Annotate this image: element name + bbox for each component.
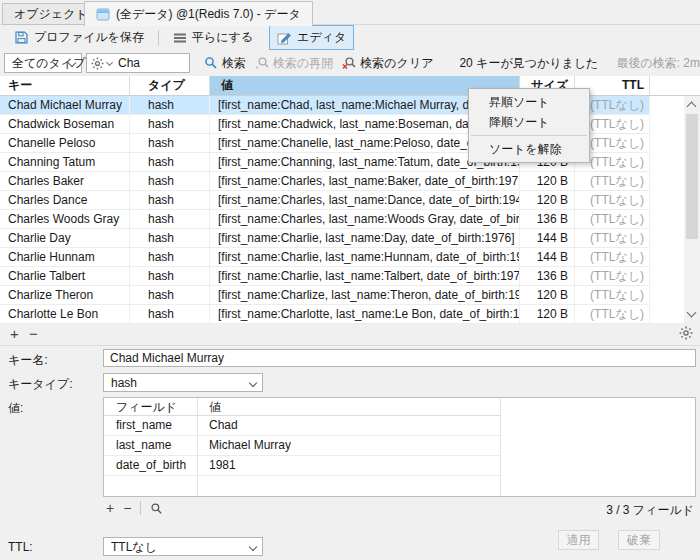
cell-ck[interactable]: Charlie Hunnam xyxy=(0,248,130,266)
remove-field-button[interactable]: − xyxy=(123,500,131,516)
cell-ck[interactable]: Charles Dance xyxy=(0,191,130,209)
cell-cv[interactable]: [first_name:Charlie, last_name:Hunnam, d… xyxy=(210,248,520,266)
cell-ct[interactable]: hash xyxy=(130,153,210,171)
remove-key-button[interactable]: − xyxy=(29,324,38,344)
fields-rows: first_nameChadlast_nameMichael Murraydat… xyxy=(104,416,500,476)
apply-button[interactable]: 適用 xyxy=(558,530,599,550)
cell-cs[interactable]: 120 B xyxy=(520,305,575,323)
fields-column-field[interactable]: フィールド xyxy=(104,398,197,415)
add-field-button[interactable]: + xyxy=(106,500,114,516)
cell-cs[interactable]: 120 B xyxy=(520,191,575,209)
resume-search-button[interactable]: 検索の再開 xyxy=(255,55,333,72)
cell-cv[interactable]: [first_name:Charles, last_name:Woods Gra… xyxy=(210,210,520,228)
cell-cttl[interactable]: (TTLなし) xyxy=(575,191,650,209)
menu-item[interactable]: 昇順ソート xyxy=(469,92,589,112)
value-label: 値: xyxy=(8,400,23,417)
cell-ck[interactable]: Charles Baker xyxy=(0,172,130,190)
table-row[interactable]: Charles Woods Grayhash[first_name:Charle… xyxy=(0,210,650,229)
search-input[interactable]: Cha xyxy=(86,53,190,73)
cell-ct[interactable]: hash xyxy=(130,286,210,304)
fields-column-value[interactable]: 値 xyxy=(197,398,221,415)
cell-cs[interactable]: 136 B xyxy=(520,267,575,285)
cell-ct[interactable]: hash xyxy=(130,305,210,323)
scroll-down-arrow-icon[interactable] xyxy=(687,308,697,318)
cell-ck[interactable]: Chadwick Boseman xyxy=(0,115,130,133)
table-row[interactable]: Charlie Dayhash[first_name:Charlie, last… xyxy=(0,229,650,248)
cell-ck[interactable]: Charlotte Le Bon xyxy=(0,305,130,323)
table-row[interactable]: Charles Bakerhash[first_name:Charles, la… xyxy=(0,172,650,191)
cell-ct[interactable]: hash xyxy=(130,134,210,152)
save-profile-button[interactable]: プロファイルを保存 xyxy=(6,25,152,50)
field-row[interactable]: first_nameChad xyxy=(104,416,500,436)
cell-cv[interactable]: [first_name:Charles, last_name:Dance, da… xyxy=(210,191,520,209)
cell-ct[interactable]: hash xyxy=(130,172,210,190)
table-row[interactable]: Charlotte Le Bonhash[first_name:Charlott… xyxy=(0,305,650,324)
table-row[interactable]: Charles Dancehash[first_name:Charles, la… xyxy=(0,191,650,210)
cell-cttl[interactable]: (TTLなし) xyxy=(575,229,650,247)
flatten-button[interactable]: 平らにする xyxy=(165,25,261,50)
cell-cttl[interactable]: (TTLなし) xyxy=(575,248,650,266)
cell-ct[interactable]: hash xyxy=(130,96,210,114)
field-name-cell[interactable]: date_of_birth xyxy=(104,456,197,475)
key-name-input[interactable]: Chad Michael Murray xyxy=(103,349,696,367)
key-type-select[interactable]: hash xyxy=(103,373,263,392)
cell-cv[interactable]: [first_name:Charlie, last_name:Day, date… xyxy=(210,229,520,247)
field-row[interactable]: date_of_birth1981 xyxy=(104,456,500,476)
field-value-cell[interactable]: Chad xyxy=(197,416,238,435)
field-name-cell[interactable]: first_name xyxy=(104,416,197,435)
cell-ct[interactable]: hash xyxy=(130,248,210,266)
cell-ck[interactable]: Channing Tatum xyxy=(0,153,130,171)
search-button[interactable]: 検索 xyxy=(204,55,246,72)
field-name-cell[interactable]: last_name xyxy=(104,436,197,455)
cell-cttl[interactable]: (TTLなし) xyxy=(575,210,650,228)
field-value-cell[interactable]: Michael Murray xyxy=(197,436,291,455)
cell-cs[interactable]: 120 B xyxy=(520,172,575,190)
column-header-key[interactable]: キー xyxy=(0,76,130,95)
cell-ck[interactable]: Charlize Theron xyxy=(0,286,130,304)
field-value-cell[interactable]: 1981 xyxy=(197,456,236,475)
type-filter-select[interactable]: 全てのタイプ xyxy=(4,53,82,73)
column-header-type[interactable]: タイプ xyxy=(130,76,210,95)
editor-toggle-button[interactable]: エディタ xyxy=(269,25,354,50)
cell-cv[interactable]: [first_name:Charlotte, last_name:Le Bon,… xyxy=(210,305,520,323)
cell-ck[interactable]: Charlie Day xyxy=(0,229,130,247)
table-row[interactable]: Charlie Talberthash[first_name:Charlie, … xyxy=(0,267,650,286)
cell-ck[interactable]: Chanelle Peloso xyxy=(0,134,130,152)
clear-search-label: 検索のクリア xyxy=(360,55,433,72)
cell-ck[interactable]: Charlie Talbert xyxy=(0,267,130,285)
cell-cs[interactable]: 120 B xyxy=(520,286,575,304)
cell-ct[interactable]: hash xyxy=(130,267,210,285)
cell-cttl[interactable]: (TTLなし) xyxy=(575,305,650,323)
field-row[interactable]: last_nameMichael Murray xyxy=(104,436,500,456)
cell-cv[interactable]: [first_name:Charlize, last_name:Theron, … xyxy=(210,286,520,304)
menu-item[interactable]: 降順ソート xyxy=(469,112,589,132)
table-header: キー タイプ 値 サイズ TTL xyxy=(0,76,700,96)
cell-ct[interactable]: hash xyxy=(130,115,210,133)
scrollbar-thumb[interactable] xyxy=(686,114,698,239)
cell-cv[interactable]: [first_name:Charlie, last_name:Talbert, … xyxy=(210,267,520,285)
cell-cttl[interactable]: (TTLなし) xyxy=(575,267,650,285)
cell-ck[interactable]: Chad Michael Murray xyxy=(0,96,130,114)
cell-ct[interactable]: hash xyxy=(130,229,210,247)
cell-ct[interactable]: hash xyxy=(130,191,210,209)
tab-data-active[interactable]: (全データ) @1(Redis 7.0) - データ xyxy=(84,1,313,26)
cell-cs[interactable]: 144 B xyxy=(520,229,575,247)
cell-cs[interactable]: 144 B xyxy=(520,248,575,266)
cell-cv[interactable]: [first_name:Charles, last_name:Baker, da… xyxy=(210,172,520,190)
table-row[interactable]: Charlie Hunnamhash[first_name:Charlie, l… xyxy=(0,248,650,267)
vertical-scrollbar[interactable] xyxy=(684,96,700,323)
scroll-up-arrow-icon[interactable] xyxy=(687,102,697,112)
menu-item[interactable]: ソートを解除 xyxy=(469,139,589,159)
table-row[interactable]: Charlize Theronhash[first_name:Charlize,… xyxy=(0,286,650,305)
cell-ck[interactable]: Charles Woods Gray xyxy=(0,210,130,228)
discard-button[interactable]: 破棄 xyxy=(618,530,660,550)
ttl-select[interactable]: TTLなし xyxy=(103,537,263,556)
cell-cttl[interactable]: (TTLなし) xyxy=(575,172,650,190)
cell-ct[interactable]: hash xyxy=(130,210,210,228)
clear-search-button[interactable]: 検索のクリア xyxy=(342,55,433,72)
cell-cs[interactable]: 136 B xyxy=(520,210,575,228)
find-field-magnifier-icon[interactable] xyxy=(150,502,163,515)
table-settings-gear-icon[interactable] xyxy=(679,326,693,340)
add-key-button[interactable]: + xyxy=(10,324,19,344)
cell-cttl[interactable]: (TTLなし) xyxy=(575,286,650,304)
